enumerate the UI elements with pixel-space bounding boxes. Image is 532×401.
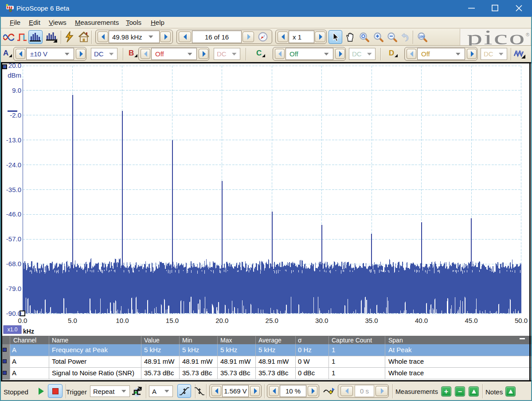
svg-text:9.0: 9.0 — [12, 86, 21, 94]
svg-text:15.0: 15.0 — [166, 317, 179, 324]
svg-text:kHz: kHz — [23, 328, 34, 335]
svg-text:-46.0: -46.0 — [6, 210, 21, 218]
svg-text:x1.0: x1.0 — [8, 326, 18, 333]
svg-text:100: 100 — [419, 34, 425, 38]
svg-text:40.0: 40.0 — [415, 317, 428, 324]
svg-text:-68.0: -68.0 — [6, 260, 21, 267]
svg-text:0.0: 0.0 — [18, 317, 27, 324]
svg-text:5.0: 5.0 — [68, 317, 77, 324]
svg-text:-24.0: -24.0 — [6, 161, 21, 169]
svg-text:45.0: 45.0 — [465, 317, 477, 324]
svg-text:-57.0: -57.0 — [6, 235, 21, 243]
svg-text:10.0: 10.0 — [116, 317, 129, 324]
svg-text:-2.0: -2.0 — [10, 111, 21, 119]
svg-text:35.0: 35.0 — [365, 317, 378, 324]
svg-text:-13.0: -13.0 — [6, 136, 21, 144]
svg-text:25.0: 25.0 — [266, 317, 278, 324]
svg-text:-90.0: -90.0 — [6, 310, 21, 317]
svg-text:-79.0: -79.0 — [6, 285, 21, 292]
svg-text:-35.0: -35.0 — [6, 186, 21, 193]
svg-text:dBm: dBm — [8, 71, 21, 79]
svg-text:20.0: 20.0 — [8, 63, 21, 69]
svg-text:50.0: 50.0 — [515, 317, 528, 324]
svg-text:20.0: 20.0 — [215, 317, 228, 324]
svg-text:30.0: 30.0 — [315, 317, 328, 324]
